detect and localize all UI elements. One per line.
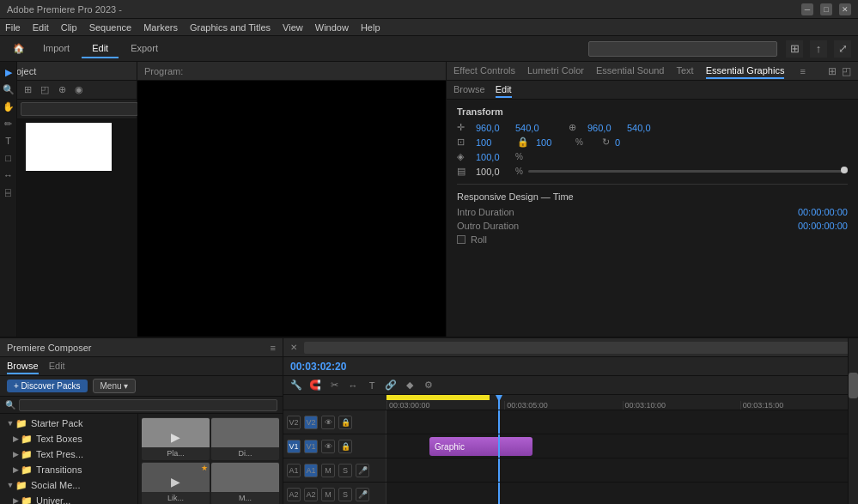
tab-essential-sound[interactable]: Essential Sound	[596, 64, 665, 79]
tool-zoom[interactable]: 🔍	[2, 82, 15, 96]
thumb-item-1[interactable]: Di...	[211, 417, 279, 460]
scale-slider-val[interactable]: 100,0	[476, 167, 510, 177]
tl-marker-icon[interactable]: ◆	[402, 378, 417, 393]
tool-hand[interactable]: ✋	[2, 100, 15, 113]
track-v2-label[interactable]: V2	[287, 416, 301, 429]
tool-trim[interactable]: ⌸	[2, 185, 15, 199]
tl-move-icon[interactable]: ↔	[345, 378, 361, 393]
thumb-item-3[interactable]: M...	[211, 462, 279, 504]
track-a2-mute[interactable]: M	[321, 488, 335, 501]
anchor-x-val[interactable]: 960,0	[587, 123, 622, 133]
tree-item-univer[interactable]: ▶ 📁 Univer...	[0, 493, 137, 504]
tool-pen[interactable]: ✏	[2, 117, 15, 131]
tl-wrench-icon[interactable]: 🔧	[289, 378, 304, 393]
timeline-close-icon[interactable]: ✕	[290, 343, 297, 352]
subtab-browse[interactable]: Browse	[453, 82, 485, 98]
track-v1-target[interactable]: V1	[304, 440, 318, 453]
subtab-edit[interactable]: Edit	[496, 82, 512, 98]
tl-link-icon[interactable]: 🔗	[383, 378, 399, 393]
panel-icon-list[interactable]: ⊞	[828, 65, 837, 77]
workspace-icon-button[interactable]: ⊞	[786, 40, 803, 58]
composer-menu-button[interactable]: Menu ▾	[93, 379, 137, 393]
track-a1-label[interactable]: A1	[287, 464, 301, 477]
scale-slider-track[interactable]	[528, 170, 848, 173]
scale2-val[interactable]: 100	[536, 137, 570, 148]
ctab-browse[interactable]: Browse	[7, 359, 39, 374]
tree-item-social-me[interactable]: ▼ 📁 Social Me...	[0, 477, 137, 493]
track-a1-solo[interactable]: S	[338, 464, 352, 477]
tab-export[interactable]: Export	[120, 39, 168, 58]
panel-icon-float[interactable]: ◰	[842, 65, 851, 77]
track-a1-target[interactable]: A1	[304, 464, 318, 477]
track-v2-target[interactable]: V2	[304, 416, 318, 429]
tl-type-icon[interactable]: T	[364, 378, 380, 393]
tool-type[interactable]: T	[2, 134, 15, 148]
restore-button[interactable]: □	[820, 3, 832, 15]
tab-lumetri-color[interactable]: Lumetri Color	[527, 64, 584, 79]
menu-graphics[interactable]: Graphics and Titles	[190, 22, 271, 33]
scale-val[interactable]: 100	[476, 137, 510, 148]
tree-item-text-pres[interactable]: ▶ 📁 Text Pres...	[0, 446, 137, 462]
menu-window[interactable]: Window	[315, 22, 349, 33]
menu-clip[interactable]: Clip	[61, 22, 77, 33]
tab-import[interactable]: Import	[33, 39, 80, 58]
top-search-input[interactable]	[588, 41, 777, 57]
icon-view-icon[interactable]: ⊞	[21, 83, 34, 97]
track-a2-target[interactable]: A2	[304, 488, 318, 501]
pos-x-val[interactable]: 960,0	[476, 123, 510, 133]
minimize-button[interactable]: ─	[801, 3, 813, 15]
anchor-y-val[interactable]: 540,0	[627, 123, 661, 133]
track-a1-mic[interactable]: 🎤	[356, 464, 369, 477]
timeline-timecode[interactable]: 00:03:02:20	[290, 361, 346, 373]
outro-val[interactable]: 00:00:00:00	[798, 221, 848, 231]
tab-edit[interactable]: Edit	[82, 39, 119, 58]
graphic-clip[interactable]: Graphic	[429, 437, 532, 456]
thumb-item-2[interactable]: ▶ ★ Lik...	[142, 462, 210, 504]
composer-menu-icon[interactable]: ≡	[271, 343, 276, 353]
home-icon[interactable]: 🏠	[7, 39, 31, 58]
tab-effect-controls[interactable]: Effect Controls	[453, 64, 515, 79]
tool-shape[interactable]: □	[2, 151, 15, 165]
track-v2-lock[interactable]: 🔒	[338, 416, 352, 429]
tree-item-transitions[interactable]: ▶ 📁 Transitions	[0, 462, 137, 477]
panel-icon-3[interactable]: ◰	[38, 83, 52, 97]
expand-icon-button[interactable]: ⤢	[834, 40, 851, 58]
menu-markers[interactable]: Markers	[143, 22, 178, 33]
tool-select[interactable]: ▶	[2, 65, 15, 79]
thumb-item-0[interactable]: ▶ Pla...	[142, 417, 210, 460]
track-a2-mic[interactable]: 🎤	[356, 488, 369, 501]
track-a2-solo[interactable]: S	[338, 488, 352, 501]
menu-file[interactable]: File	[5, 22, 21, 33]
tab-text[interactable]: Text	[676, 64, 693, 79]
ctab-edit[interactable]: Edit	[49, 359, 65, 374]
menu-edit[interactable]: Edit	[33, 22, 49, 33]
discover-packs-button[interactable]: + Discover Packs	[7, 380, 88, 392]
tl-settings-icon[interactable]: ⚙	[421, 378, 436, 393]
rotation-val[interactable]: 0	[615, 137, 649, 148]
roll-checkbox[interactable]	[457, 235, 466, 244]
close-button[interactable]: ✕	[839, 3, 851, 15]
vscroll-thumb[interactable]	[849, 373, 858, 398]
menu-sequence[interactable]: Sequence	[89, 22, 132, 33]
pos-y-val[interactable]: 540,0	[515, 123, 550, 133]
track-v1-indicator[interactable]: V1	[287, 440, 301, 453]
tl-snap-icon[interactable]: 🧲	[307, 378, 323, 393]
share-icon-button[interactable]: ↑	[810, 40, 827, 58]
panel-icon-5[interactable]: ◉	[72, 83, 86, 97]
scale-slider-handle[interactable]	[841, 167, 848, 173]
track-a2-label[interactable]: A2	[287, 488, 301, 501]
tree-item-starter-pack[interactable]: ▼ 📁 Starter Pack	[0, 416, 137, 431]
track-v1-lock[interactable]: 🔒	[338, 440, 352, 453]
tl-razor-icon[interactable]: ✂	[326, 378, 342, 393]
tree-item-text-boxes[interactable]: ▶ 📁 Text Boxes	[0, 431, 137, 446]
intro-val[interactable]: 00:00:00:00	[798, 207, 848, 217]
anchor-val[interactable]: 100,0	[476, 152, 510, 162]
menu-help[interactable]: Help	[361, 22, 380, 33]
menu-view[interactable]: View	[283, 22, 303, 33]
track-v2-eye[interactable]: 👁	[321, 416, 335, 429]
track-v1-eye[interactable]: 👁	[321, 440, 335, 453]
tool-align[interactable]: ↔	[2, 168, 15, 182]
composer-search-input[interactable]	[19, 399, 277, 411]
project-search-input[interactable]	[21, 102, 138, 116]
panel-icon-4[interactable]: ⊕	[55, 83, 69, 97]
